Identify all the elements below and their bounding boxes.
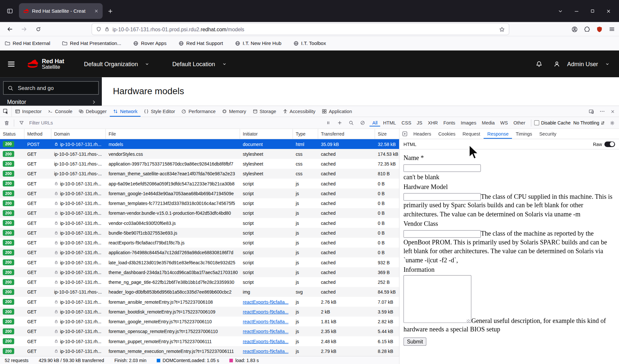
search-input[interactable] [17,84,88,92]
request-row[interactable]: 200GETip-10-0-167-131.rh...foreman_remot… [0,346,399,356]
firefox-view-button[interactable] [4,5,16,17]
request-row[interactable]: 200GETip-10-0-167-131.rh...vendor-cc03a0… [0,218,399,228]
clear-requests-trash-icon[interactable] [2,119,11,127]
filter-pill-other[interactable]: Other [511,119,528,126]
bookmark-i-t-new-hire-hub[interactable]: I.T. New Hire Hub [235,41,282,46]
detail-tab-headers[interactable]: Headers [410,129,435,139]
back-button[interactable] [5,24,15,34]
throttling-dropdown[interactable]: No Throttling [573,121,605,125]
request-row[interactable]: 200GETip-10-0-167-131.rh...app-6a09e1e6e… [0,179,399,188]
new-tab-button[interactable] [107,8,113,14]
request-row[interactable]: 200GETip-10-0-167-131.rh...foreman_templ… [0,198,399,208]
request-row[interactable]: 200GETip-10-0-167-131.rhos-...header_log… [0,287,399,297]
sidebar-item-monitor[interactable]: Monitor [3,99,99,105]
request-row[interactable]: 200GETip-10-0-167-131.rhos-...foreman_th… [0,169,399,179]
column-header-status[interactable]: Status [0,129,24,139]
detail-tab-timings[interactable]: Timings [512,129,536,139]
name-input[interactable] [403,164,481,172]
request-row[interactable]: 200GETip-10-0-167-131.rh...foreman_googl… [0,316,399,326]
submit-button[interactable]: Submit [403,337,426,345]
disable-cache-input[interactable] [534,120,539,125]
filter-pill-ws[interactable]: WS [498,119,511,126]
request-row[interactable]: 200GETip-10-0-167-131.rh...bundle-5be907… [0,228,399,238]
column-header-transferred[interactable]: Transferred [318,129,375,139]
organization-selector[interactable]: Default Organization [84,61,149,67]
filter-pill-js[interactable]: JS [414,119,425,126]
devtools-tab-style-editor[interactable]: Style Editor [141,106,178,117]
initiator-link[interactable]: reactExports-f9cfa8a... [243,319,288,324]
request-row[interactable]: 200GETip-10-0-167-131.rhos-...applicatio… [0,159,399,169]
app-nav-toggle-icon[interactable] [7,60,15,68]
lock-icon[interactable] [104,26,110,32]
location-selector[interactable]: Default Location [172,61,226,67]
url-bar[interactable]: ip-10-0-167-131.rhos-01.prod.psi.rdu2.re… [92,24,509,35]
bookmark-star-icon[interactable] [499,26,505,32]
resize-handle[interactable] [467,319,470,323]
maximize-button[interactable] [590,9,595,14]
column-header-domain[interactable]: Domain [51,129,106,139]
devtools-tab-network[interactable]: Network [110,106,140,117]
bookmark-rover-apps[interactable]: Rover Apps [133,41,166,46]
filter-pill-xhr[interactable]: XHR [425,119,441,126]
menu-hamburger-icon[interactable] [609,26,615,32]
responsive-design-mode-icon[interactable] [587,107,596,116]
column-header-file[interactable]: File [106,129,240,139]
network-settings-gear-icon[interactable] [608,119,617,127]
vertical-nav-search[interactable] [3,81,99,95]
response-preview-icon[interactable] [399,129,410,139]
devtools-tab-application[interactable]: Application [318,106,355,117]
filter-pill-all[interactable]: All [369,119,380,126]
pause-traffic-icon[interactable] [324,119,333,127]
devtools-tab-storage[interactable]: Storage [249,106,279,117]
detail-tab-security[interactable]: Security [536,129,560,139]
filter-pill-css[interactable]: CSS [399,119,414,126]
search-requests-icon[interactable] [347,119,355,127]
request-row[interactable]: 200GETip-10-0-167-131.rh...foreman_ansib… [0,297,399,307]
request-row[interactable]: 200GETip-10-0-167-131.rh...late_load-d3b… [0,257,399,267]
request-row[interactable]: 200GETip-10-0-167-131.rh...foreman-vendo… [0,208,399,218]
request-row[interactable]: 200GETip-10-0-167-131.rh...foreman_googl… [0,188,399,198]
shield-icon[interactable] [96,26,101,32]
user-menu[interactable]: Admin User [567,61,598,67]
extensions-puzzle-icon[interactable] [584,26,590,32]
initiator-link[interactable]: reactExports-f9cfa8a... [243,339,288,344]
devtools-tab-console[interactable]: Console [45,106,75,117]
tab-list-chevron-icon[interactable] [558,8,563,14]
initiator-link[interactable]: reactExports-f9cfa8a... [243,309,288,314]
column-header-method[interactable]: Method [24,129,51,139]
initiator-link[interactable]: reactExports-f9cfa8a... [243,349,288,354]
reload-button[interactable] [33,24,43,34]
filter-pill-fonts[interactable]: Fonts [441,119,458,126]
account-icon[interactable] [571,26,578,33]
request-row[interactable]: 200GETip-10-0-167-131.rh...application-7… [0,248,399,257]
notifications-bell-icon[interactable] [535,61,542,67]
bookmark-red-hat-external[interactable]: Red Hat External [5,41,50,46]
bookmark-red-hat-presentation[interactable]: Red Hat Presentation... [62,41,121,46]
block-request-icon[interactable] [358,119,367,127]
devtools-tab-inspector[interactable]: Inspector [12,106,45,117]
request-row[interactable]: 200GETip-10-0-167-131.rh...foreman_puppe… [0,336,399,346]
request-row[interactable]: 200GETip-10-0-167-131.rh...theme_dashboa… [0,267,399,277]
devtools-tab-debugger[interactable]: Debugger [76,106,110,117]
browser-tab[interactable]: Red Hat Satellite - Creat [19,3,102,19]
column-header-initiator[interactable]: Initiator [240,129,293,139]
pick-element-icon[interactable] [0,106,12,117]
initiator-link[interactable]: reactExports-f9cfa8a... [243,329,288,334]
window-close-button[interactable] [606,8,611,14]
redhat-satellite-logo[interactable]: Red Hat Satellite [26,58,64,70]
tab-close-icon[interactable] [94,9,99,14]
detail-tab-request[interactable]: Request [459,129,484,139]
bookmark-i-t-toolbox[interactable]: I.T. Toolbox [293,41,326,46]
devtools-tab-accessibility[interactable]: Accessibility [279,106,318,117]
detail-tab-response[interactable]: Response [484,129,512,139]
forward-button[interactable] [19,24,29,34]
vendor-class-input[interactable] [403,230,481,238]
column-header-type[interactable]: Type [293,129,318,139]
hardware-model-input[interactable] [403,193,481,201]
filter-pill-media[interactable]: Media [479,119,497,126]
bookmark-red-hat-support[interactable]: Red Hat Support [178,41,223,46]
ublock-shield-icon[interactable] [596,26,603,33]
raw-toggle[interactable] [604,141,615,147]
request-row[interactable]: 200GETip-10-0-167-131.rh...theme_ng_page… [0,277,399,287]
filter-pill-images[interactable]: Images [458,119,479,126]
